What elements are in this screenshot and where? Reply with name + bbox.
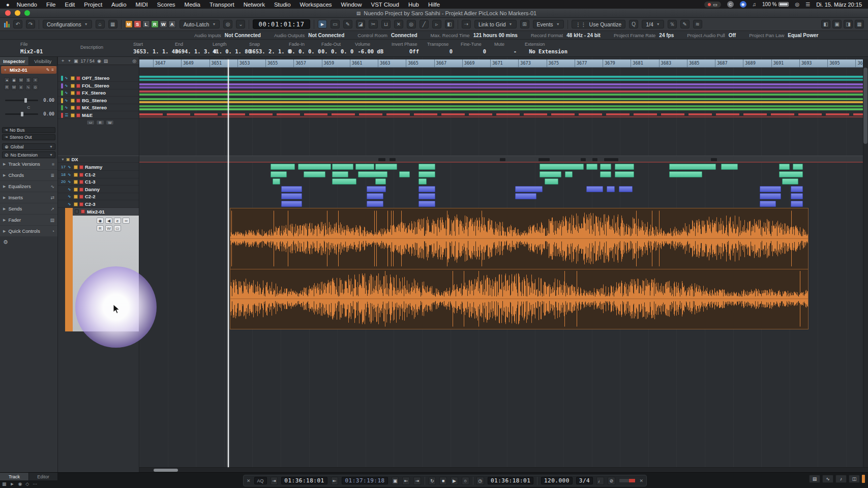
audio-clip[interactable]	[515, 193, 537, 199]
audio-clip[interactable]	[760, 186, 782, 192]
pan-value[interactable]: 0.00	[41, 111, 54, 116]
lower-zone-toggle[interactable]: ▣	[832, 20, 842, 28]
track-control-button[interactable]: e	[18, 84, 24, 90]
configurations-dropdown[interactable]: Configurations▼	[43, 20, 92, 28]
track-control-button[interactable]: ⊙	[33, 84, 38, 90]
quantize-value-dropdown[interactable]: 1/4▼	[642, 20, 664, 28]
mix-track-control[interactable]: R	[97, 225, 104, 231]
snap-icon[interactable]: ▦	[2, 481, 7, 486]
info-column-value[interactable]: -6.00 dB	[355, 48, 392, 54]
inspector-settings-gear[interactable]: ⚙	[3, 239, 8, 246]
mute-button[interactable]	[71, 113, 75, 117]
audio-clip[interactable]	[545, 178, 558, 185]
app-status-icon-2[interactable]: ◉	[740, 1, 746, 8]
info-column-value[interactable]: 41. 0. 1. 80	[213, 48, 249, 54]
audio-clip[interactable]	[418, 164, 435, 170]
info-column-value[interactable]: Mix2-01	[20, 48, 80, 54]
grid-type-dropdown[interactable]: Events▼	[533, 20, 564, 28]
audio-clip[interactable]	[271, 171, 287, 177]
color-tool-icon[interactable]: ◧	[445, 20, 454, 28]
inspector-section[interactable]: ▶ Equalizers ∿	[0, 181, 57, 192]
event-display[interactable]: 3647364936513653365536573659366136633665…	[139, 57, 868, 472]
automation-button[interactable]: W	[160, 20, 167, 28]
pan-fader[interactable]	[5, 113, 38, 115]
mute-button[interactable]	[74, 165, 78, 169]
solo-button[interactable]	[76, 106, 80, 110]
glue-tool-icon[interactable]: ⊔	[381, 20, 391, 28]
primary-transport-time[interactable]: 01:36:18:01	[491, 477, 530, 484]
metronome-icon[interactable]: ♩	[596, 477, 604, 485]
inspector-track-header[interactable]: ▼ Mix2-01 ✎≡	[1, 66, 56, 74]
event-lane-bg[interactable]	[139, 97, 863, 104]
menubar-item[interactable]: Scores	[157, 2, 175, 8]
event-lane-fx[interactable]	[139, 89, 863, 96]
audio-clip[interactable]	[281, 201, 302, 207]
add-track-button[interactable]: ＋	[61, 57, 65, 64]
status-value[interactable]: 121 hours 00 mins	[473, 33, 518, 38]
folder-open-chevron-icon[interactable]: ▼	[61, 158, 65, 161]
track-control-button[interactable]: S	[25, 77, 31, 83]
audio-clip[interactable]	[760, 193, 782, 199]
primary-time-display[interactable]: 00:01:01:17	[253, 19, 310, 29]
audio-clip[interactable]	[281, 193, 302, 199]
info-column-value[interactable]: 3653. 2. 1. 0	[249, 48, 289, 54]
menubar-item[interactable]: VST Cloud	[371, 2, 399, 8]
audio-clip[interactable]	[615, 164, 634, 170]
track-row-c2-3[interactable]: ∿C2-3	[58, 201, 139, 208]
mute-tool-icon[interactable]: ✕	[394, 20, 403, 28]
audio-clip[interactable]	[418, 193, 435, 199]
volume-fader[interactable]	[5, 100, 38, 101]
audio-clip[interactable]	[540, 164, 584, 170]
solo-button[interactable]	[79, 165, 83, 169]
status-value[interactable]: Off	[729, 33, 736, 38]
inspector-section[interactable]: ▶ Track Versions ≡	[0, 159, 57, 169]
track-row-rammy[interactable]: 17∿Rammy	[58, 164, 139, 171]
left-zone-toggle[interactable]: ◧	[821, 20, 830, 28]
mute-button[interactable]	[74, 202, 78, 206]
automation-button[interactable]: S	[134, 20, 141, 28]
menubar-item[interactable]: Window	[341, 2, 362, 8]
input-routing[interactable]: ⇥No Bus	[2, 127, 55, 133]
audio-clip[interactable]	[779, 171, 803, 177]
status-value[interactable]: 48 kHz - 24 bit	[566, 33, 601, 38]
audio-clip[interactable]	[586, 164, 597, 170]
vertical-scrollbar[interactable]	[863, 59, 868, 468]
punch-in-icon[interactable]: ⇥	[271, 477, 278, 485]
app-status-icon[interactable]: C	[727, 1, 734, 8]
minimize-window-button[interactable]	[15, 10, 20, 16]
draw-tool-icon[interactable]: ✎	[343, 20, 352, 28]
track-control-button[interactable]: M	[18, 77, 24, 83]
audio-clip[interactable]	[355, 164, 374, 170]
audio-clip[interactable]	[721, 164, 738, 170]
audio-clip[interactable]	[791, 193, 803, 199]
track-row-fx[interactable]: ∿FX_Stereo	[58, 89, 139, 97]
iterative-quantize-icon[interactable]: ％	[668, 20, 677, 28]
punch-out-icon[interactable]: ⇤	[331, 477, 339, 485]
audio-clip[interactable]	[615, 171, 634, 177]
mute-button[interactable]	[71, 91, 75, 95]
audio-clip[interactable]	[399, 171, 410, 177]
cycle-button[interactable]: ↻	[429, 477, 436, 485]
event-lane-fol[interactable]	[139, 82, 863, 89]
audio-clip[interactable]	[375, 178, 386, 185]
track-row-c1-2[interactable]: 18∿C1-2	[58, 171, 139, 178]
info-column-value[interactable]: 0	[461, 48, 494, 54]
zoom-tool-icon[interactable]: ◎	[407, 20, 416, 28]
search-icon[interactable]: ◎	[795, 2, 799, 7]
aq-button[interactable]: AQ	[254, 477, 267, 484]
left-locator-time[interactable]: 01:36:18:01	[284, 477, 324, 484]
mute-button[interactable]	[74, 180, 78, 184]
audio-clip[interactable]	[793, 164, 803, 170]
menubar-item[interactable]: Workspaces	[300, 2, 332, 8]
audio-clip[interactable]	[540, 171, 561, 177]
audio-clip[interactable]	[515, 186, 543, 192]
audio-event-mix2-01[interactable]	[230, 208, 809, 329]
audio-clip[interactable]	[271, 164, 295, 170]
battery-indicator[interactable]: 100 %	[762, 2, 789, 7]
track-control-button[interactable]: W	[11, 84, 17, 90]
mix-track-control[interactable]: W	[105, 225, 112, 231]
apple-menu-icon[interactable]: ●	[6, 2, 10, 8]
audio-clip[interactable]	[565, 171, 573, 177]
stop-button[interactable]: ■	[439, 477, 447, 485]
audio-clip[interactable]	[332, 178, 356, 185]
